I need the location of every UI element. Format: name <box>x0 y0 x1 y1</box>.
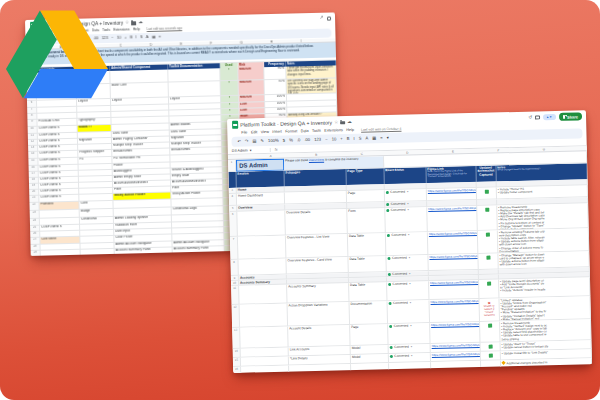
star-icon[interactable]: ☆ <box>125 21 129 26</box>
cell-screenshot[interactable] <box>477 205 498 230</box>
cell-section[interactable] <box>239 285 287 305</box>
cell-figma-link[interactable]: https://www.figma.com/file/Xf5CJzbyUKQB <box>430 322 480 344</box>
cell-section[interactable] <box>238 236 287 260</box>
row-number[interactable]: 23 <box>30 210 40 218</box>
cell-subpage[interactable]: Overview Features - List View <box>286 234 349 259</box>
row-number[interactable]: 14 <box>233 349 241 358</box>
cell-risk[interactable]: MEDIUM <box>238 67 264 81</box>
toolbar-icon[interactable]: A <box>365 136 368 140</box>
header-subpages[interactable]: Subpages <box>284 169 346 187</box>
cell-page-type[interactable]: Page <box>350 324 389 346</box>
cell-subpage[interactable]: Overview Details <box>285 209 348 236</box>
cell-section[interactable] <box>238 259 286 276</box>
cell-page-type[interactable]: Form <box>347 208 386 234</box>
toolbar-icon[interactable]: I <box>136 36 137 40</box>
row-number[interactable]: 29 <box>31 250 41 256</box>
column-letter[interactable]: B <box>315 153 317 157</box>
last-edit-link[interactable]: Last edit was seconds ago <box>147 26 182 31</box>
toolbar-icon[interactable]: − <box>111 36 113 40</box>
cell-documentation[interactable] <box>168 68 220 82</box>
menu-item[interactable]: Help <box>346 127 354 131</box>
cell-subpage[interactable]: Account Details <box>288 325 350 348</box>
toolbar-icon[interactable]: 100% <box>268 139 279 143</box>
toolbar-icon[interactable]: B <box>130 36 133 40</box>
name-box[interactable]: DS Admin▾ <box>232 148 270 153</box>
cell-figma-link[interactable] <box>431 361 481 370</box>
column-letter[interactable]: E <box>180 42 182 46</box>
status-chip[interactable]: Converted <box>390 353 413 358</box>
menu-item[interactable]: Extensions <box>113 27 129 31</box>
toolbar-icon[interactable]: ▦ <box>152 35 156 39</box>
column-letter[interactable]: C <box>361 152 363 156</box>
status-chip[interactable]: Converted <box>386 190 409 195</box>
header-figma-link[interactable]: Figma LinkNote: Put in the Figma Link of… <box>426 166 476 183</box>
cell-figma-link[interactable]: https://www.figma.com/file/Xf5CJzbyUKQB <box>429 299 480 323</box>
cell-subpage[interactable]: Accounts Summary <box>287 283 349 304</box>
toolbar-icon[interactable]: .00 <box>304 138 310 142</box>
cell-figma-link[interactable]: https://www.figma.com/file/Xf5CJzbyUKQB <box>428 231 479 255</box>
cell-subpage[interactable]: Overview Features - Card View <box>286 257 348 275</box>
cell-subpage[interactable] <box>289 364 351 373</box>
toolbar-icon[interactable]: ✎ <box>261 139 265 143</box>
toolbar-icon[interactable]: + <box>124 36 126 40</box>
menu-item[interactable]: Edit <box>251 130 258 134</box>
cell-screenshot[interactable] <box>478 230 499 253</box>
toolbar-icon[interactable]: 10 <box>332 137 337 141</box>
cell-notes[interactable]: • Remove existing Features tab cop new d… <box>498 228 590 253</box>
toolbar-icon[interactable]: ≡ <box>159 35 161 39</box>
cell-react-status[interactable]: Converted <box>387 300 430 324</box>
toolbar-icon[interactable]: ↶ <box>238 140 242 144</box>
cell-notes[interactable]: • Update page-level description co • Add… <box>499 277 590 298</box>
status-chip[interactable]: Converted <box>386 208 409 213</box>
header-page-type[interactable]: Page Type <box>346 168 384 185</box>
toolbar-icon[interactable]: ▾ <box>387 136 389 140</box>
cell-page-type[interactable]: Data Table <box>349 282 387 302</box>
cell-component[interactable]: Base Core <box>111 82 169 98</box>
cell-react-status[interactable] <box>389 362 431 371</box>
column-letter[interactable]: D <box>150 42 152 46</box>
cell-frequency[interactable]: 90% <box>264 66 286 80</box>
column-letter[interactable]: F <box>210 41 212 45</box>
version-history-icon[interactable]: ↺ <box>529 115 533 120</box>
toolbar-icon[interactable]: 123 <box>314 138 321 142</box>
status-chip[interactable]: Converted <box>390 344 413 349</box>
menu-item[interactable]: Tools <box>312 128 321 132</box>
column-letter[interactable]: F <box>497 148 499 152</box>
cell-used[interactable]: Y <box>221 81 239 96</box>
figma-link[interactable]: https://www.figma.com/file/Xf5CJzbyUKQB <box>428 206 478 211</box>
toolbar-icon[interactable]: I <box>353 137 354 141</box>
toolbar-icon[interactable]: + <box>340 137 343 141</box>
open-in-new-icon[interactable]: ↗ <box>320 16 324 21</box>
cell-react-status[interactable]: Converted <box>388 323 431 345</box>
column-letter[interactable]: G <box>543 147 545 151</box>
cell-group[interactable] <box>81 255 115 256</box>
cell-section[interactable] <box>241 366 289 373</box>
cell-notes[interactable]: These get inconsistent styles between ta… <box>286 65 336 79</box>
cell-react-status[interactable]: Converted <box>385 207 428 233</box>
cell-component[interactable]: Attribute Container <box>115 253 173 256</box>
figma-link[interactable]: https://www.figma.com/file/Xf5CJzbyUKQB <box>431 322 481 327</box>
cell-documentation[interactable]: Attribute Container <box>173 252 225 256</box>
status-chip[interactable]: Converted <box>389 323 412 328</box>
meet-presentation-button[interactable]: ▸▾ <box>543 114 556 121</box>
toolbar-icon[interactable]: ≡ <box>380 136 383 140</box>
share-button[interactable]: Share <box>559 113 582 121</box>
header-section[interactable]: Section <box>236 171 284 188</box>
figma-link[interactable]: https://www.figma.com/file/Xf5CJzbyUKQB <box>428 188 477 193</box>
cell-section[interactable] <box>240 304 289 328</box>
cell-notes[interactable]: "Linked" updates: • Update "Unlink from … <box>499 296 591 321</box>
cell-figma-link[interactable]: https://www.figma.com/file/Xf5CJzbyUKQB <box>427 206 478 232</box>
toolbar-icon[interactable]: A <box>146 36 149 40</box>
toolbar-icon[interactable]: % <box>289 138 293 142</box>
cell-figma-link[interactable]: https://www.figma.com/file/Xf5CJzbyUKQB <box>429 280 479 300</box>
cell-screenshot[interactable] <box>481 360 501 368</box>
cell-page-type[interactable] <box>351 363 389 372</box>
cell-notes[interactable]: • Remove breadcrumb • Include "Verified"… <box>500 319 591 342</box>
cell-subpage[interactable]: Action Dropdown Variations <box>288 302 351 327</box>
figma-link[interactable]: https://www.figma.com/file/Xf5CJzbyUKQB <box>432 352 481 357</box>
menu-item[interactable]: File <box>241 130 247 134</box>
header-screenshot[interactable]: Updated Screenshot Captured <box>476 165 496 181</box>
menu-item[interactable]: Help <box>133 27 140 31</box>
star-icon[interactable]: ☆ <box>334 120 338 125</box>
move-folder-icon[interactable] <box>131 21 136 25</box>
